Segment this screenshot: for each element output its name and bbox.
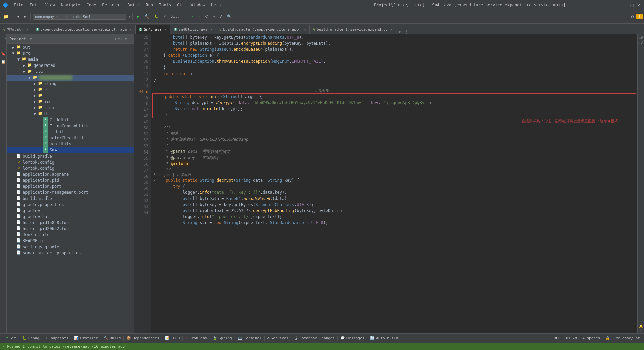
tab-close-build-app[interactable]: ✕ [304, 28, 306, 31]
sidebar-commit-icon[interactable]: ⬆ [1, 44, 6, 49]
status-debug[interactable]: 🐛 Debug [19, 334, 42, 343]
menu-git[interactable]: Git [174, 2, 187, 8]
status-problems[interactable]: ⚠ Problems [183, 334, 210, 343]
run-button[interactable]: ▶ [135, 13, 141, 20]
menu-run[interactable]: Run [143, 2, 156, 8]
tree-app-mgmt[interactable]: 📄 application-management.port [7, 189, 134, 195]
toolbar-back-btn[interactable]: ◀ [15, 13, 21, 20]
close-panel-btn[interactable]: ✕ [640, 328, 642, 332]
git-check1[interactable]: ✓ [182, 13, 189, 20]
menu-edit[interactable]: Edit [27, 2, 42, 8]
tree-jenkins[interactable]: 📄 Jenkinsfile [7, 232, 134, 238]
status-line-ending[interactable]: CRLF [549, 334, 564, 343]
run-config-input[interactable] [33, 14, 126, 20]
sidebar-project-icon[interactable]: P [1, 36, 6, 41]
tree-src[interactable]: ▼ 📁 src [7, 50, 134, 56]
status-indent[interactable]: 4 spaces [580, 334, 603, 343]
menu-help[interactable]: Help [208, 2, 223, 8]
menu-tools[interactable]: Tools [156, 2, 174, 8]
panel-locate-btn[interactable]: ⊙ [114, 37, 116, 41]
tree-hs-err2[interactable]: 📄 hs_err_pid20632.log [7, 226, 134, 232]
tree-readme[interactable]: 📄 README.md [7, 238, 134, 244]
tab-expend-service[interactable]: J ExpendScheduleEducationServiceImpl.jav… [32, 25, 136, 34]
tab-sm4[interactable]: J Sm4.java ✕ [136, 25, 170, 34]
close-button[interactable]: ✕ [636, 2, 641, 8]
status-terminal[interactable]: 💻 Terminal [235, 334, 264, 343]
tab-close-uat[interactable]: ✕ [26, 28, 29, 31]
tab-sm4utils[interactable]: J Sm4Utils.java ✕ [170, 25, 216, 34]
tree-generated[interactable]: ▶ 📁 generated [7, 62, 134, 69]
menu-refactor[interactable]: Refactor [99, 2, 124, 8]
coverage-button[interactable]: ⚡ [162, 13, 168, 20]
tree-commonutils[interactable]: I I__ndCommonUtils [7, 123, 134, 129]
warning-badge[interactable]: ⚠️9 [639, 36, 643, 39]
tree-settings[interactable]: 📄 settings.gradle [7, 244, 134, 250]
git-check3[interactable]: ✓ [196, 13, 202, 20]
tree-gradlew-bat[interactable]: 📄 gradlew.bat [7, 214, 134, 220]
tree-metercheck[interactable]: P meterCheckUtil [7, 135, 134, 141]
status-endpoints[interactable]: ⚡ Endpoints [42, 334, 71, 343]
tree-checkutil[interactable]: C C__kUtil [7, 117, 134, 123]
tree-hs-err1[interactable]: 📄 hs_err_pid15828.log [7, 220, 134, 226]
settings-btn[interactable]: ⚙ [629, 13, 636, 21]
code-editor[interactable]: byte[] byteKey = key.getBytes(StandardCh… [151, 34, 637, 333]
panel-collapse-btn[interactable]: ⊟ [121, 37, 123, 41]
tree-ice[interactable]: ▶ 📁 ice [7, 99, 134, 105]
sidebar-structure-icon[interactable]: 📋 [1, 60, 6, 65]
tree-app-port[interactable]: 📄 application.port [7, 183, 134, 189]
menu-navigate[interactable]: Navigate [58, 2, 83, 8]
tree-mentutils[interactable]: P mentUtils [7, 141, 134, 147]
status-lock[interactable]: 🔒 [603, 334, 613, 343]
status-auto-build[interactable]: 🔄 Auto build [367, 334, 401, 343]
status-profiler[interactable]: 📊 Profiler [71, 334, 101, 343]
tree-u[interactable]: ▼ 📁 U_ [7, 111, 134, 117]
status-branch[interactable]: release/uat [613, 334, 643, 343]
status-build[interactable]: 🔨 Build [101, 334, 123, 343]
menu-window[interactable]: Window [188, 2, 208, 8]
tree-app-pid[interactable]: 📄 application.pid [7, 177, 134, 183]
tree-lombok2[interactable]: ⚙ lombok.config [7, 165, 134, 171]
notification-icon[interactable]: 🔔 [639, 324, 643, 328]
toolbar-project-btn[interactable]: 📁 [1, 13, 11, 20]
sidebar-bookmarks-icon[interactable]: 🔖 [1, 52, 6, 57]
tree-app-appname[interactable]: 📄 application.appname [7, 171, 134, 177]
error-badge[interactable]: ✗3 [639, 41, 643, 44]
git-translate[interactable]: A [218, 13, 225, 20]
tree-build-gradle[interactable]: 📄 build.gradle [7, 153, 134, 159]
tree-sm4[interactable]: C Sm4 [7, 147, 134, 153]
tab-close-sm4[interactable]: ✕ [165, 28, 167, 31]
tree-main[interactable]: ▼ 📁 main [7, 56, 134, 62]
tab-build-app[interactable]: G build.gradle (:app:expenditure-app) ✕ [216, 25, 310, 34]
minimize-button[interactable]: ─ [623, 2, 628, 8]
tree-java[interactable]: ▼ 📁 java [7, 69, 134, 75]
tree-build2[interactable]: 📄 build.gradle [7, 195, 134, 202]
git-history[interactable]: ⏱ [203, 13, 211, 20]
status-spring[interactable]: 🍃 Spring [210, 334, 235, 343]
more-tabs-btn[interactable]: ▼ [396, 29, 403, 34]
search-btn[interactable]: 🔍 [225, 13, 234, 20]
tree-lombok1[interactable]: ⚙ lombok.config [7, 159, 134, 165]
menu-file[interactable]: File [11, 2, 26, 8]
tree-gradlew[interactable]: 📄 gradlew [7, 208, 134, 214]
tab-settings-btn[interactable]: ⋮ [403, 29, 410, 34]
panel-settings-btn[interactable]: ⚙ [125, 37, 127, 41]
status-services[interactable]: ⚙ Services [265, 334, 291, 343]
tab-build-service[interactable]: G build.gradle (:service:expend... ✕ [310, 25, 396, 34]
tree-sonar[interactable]: 📄 sonar-project.properties [7, 250, 134, 256]
tree-folder3[interactable]: ▶ 📁 [7, 93, 134, 99]
tree-gradle-props[interactable]: 📄 gradle.properties [7, 202, 134, 208]
tree-sum[interactable]: ▶ 📁 s_um [7, 105, 134, 111]
menu-code[interactable]: Code [84, 2, 99, 8]
build-button[interactable]: 🔨 [142, 13, 152, 21]
tree-blurred-pkg[interactable]: ▼ 📁 [7, 75, 134, 81]
panel-minus-btn[interactable]: — [129, 37, 131, 41]
status-git[interactable]: ⎇ Git [1, 334, 19, 343]
tab-close-sm4utils[interactable]: ✕ [210, 28, 212, 31]
menu-view[interactable]: View [43, 2, 58, 8]
notifications-btn[interactable]: ! [636, 14, 643, 19]
toolbar-forward-btn[interactable]: ▶ [22, 13, 29, 20]
git-check2[interactable]: ✓ [189, 13, 196, 20]
status-messages[interactable]: 💬 Messages [338, 334, 367, 343]
tree-out[interactable]: ▶ 📁 out [7, 44, 134, 50]
status-dependencies[interactable]: 📦 Dependencies [124, 334, 162, 343]
